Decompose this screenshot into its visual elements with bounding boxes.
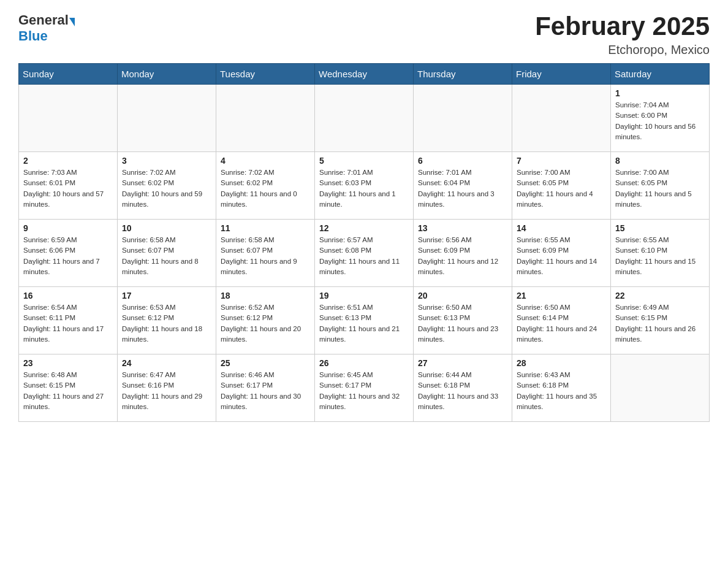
calendar-week-row: 1Sunrise: 7:04 AMSunset: 6:00 PMDaylight… bbox=[19, 85, 710, 152]
calendar-cell: 22Sunrise: 6:49 AMSunset: 6:15 PMDayligh… bbox=[611, 287, 710, 354]
calendar-cell bbox=[216, 85, 315, 152]
day-info: Sunrise: 6:59 AMSunset: 6:06 PMDaylight:… bbox=[23, 235, 113, 277]
day-header-friday: Friday bbox=[512, 64, 611, 85]
calendar-cell: 27Sunrise: 6:44 AMSunset: 6:18 PMDayligh… bbox=[414, 354, 512, 422]
day-info: Sunrise: 7:01 AMSunset: 6:03 PMDaylight:… bbox=[319, 167, 409, 210]
day-number: 12 bbox=[319, 223, 409, 233]
day-info: Sunrise: 6:53 AMSunset: 6:12 PMDaylight:… bbox=[122, 302, 211, 345]
day-info: Sunrise: 7:03 AMSunset: 6:01 PMDaylight:… bbox=[23, 167, 113, 210]
logo-general-text: General bbox=[18, 12, 69, 28]
day-number: 20 bbox=[418, 291, 507, 301]
calendar-week-row: 9Sunrise: 6:59 AMSunset: 6:06 PMDaylight… bbox=[19, 220, 710, 287]
calendar-cell bbox=[512, 85, 611, 152]
day-info: Sunrise: 6:49 AMSunset: 6:15 PMDaylight:… bbox=[615, 302, 705, 345]
calendar-subtitle: Etchoropo, Mexico bbox=[535, 43, 710, 57]
calendar-cell: 23Sunrise: 6:48 AMSunset: 6:15 PMDayligh… bbox=[19, 354, 118, 422]
day-number: 1 bbox=[615, 88, 705, 98]
day-info: Sunrise: 6:52 AMSunset: 6:12 PMDaylight:… bbox=[221, 302, 310, 345]
calendar-header-row: SundayMondayTuesdayWednesdayThursdayFrid… bbox=[19, 64, 710, 85]
calendar-title: February 2025 bbox=[535, 12, 710, 40]
day-info: Sunrise: 6:44 AMSunset: 6:18 PMDaylight:… bbox=[418, 370, 507, 412]
calendar-cell: 5Sunrise: 7:01 AMSunset: 6:03 PMDaylight… bbox=[315, 152, 414, 220]
day-info: Sunrise: 6:58 AMSunset: 6:07 PMDaylight:… bbox=[221, 235, 310, 277]
day-number: 7 bbox=[517, 156, 606, 166]
calendar-cell: 12Sunrise: 6:57 AMSunset: 6:08 PMDayligh… bbox=[315, 220, 414, 287]
calendar-cell: 17Sunrise: 6:53 AMSunset: 6:12 PMDayligh… bbox=[118, 287, 216, 354]
day-number: 4 bbox=[221, 156, 310, 166]
day-header-wednesday: Wednesday bbox=[315, 64, 414, 85]
calendar-cell: 20Sunrise: 6:50 AMSunset: 6:13 PMDayligh… bbox=[414, 287, 512, 354]
day-number: 21 bbox=[517, 291, 606, 301]
day-header-monday: Monday bbox=[118, 64, 216, 85]
day-number: 24 bbox=[122, 358, 211, 368]
day-info: Sunrise: 7:01 AMSunset: 6:04 PMDaylight:… bbox=[418, 167, 507, 210]
calendar-cell: 16Sunrise: 6:54 AMSunset: 6:11 PMDayligh… bbox=[19, 287, 118, 354]
calendar-cell bbox=[611, 354, 710, 422]
day-header-sunday: Sunday bbox=[19, 64, 118, 85]
calendar-cell bbox=[414, 85, 512, 152]
calendar-cell: 14Sunrise: 6:55 AMSunset: 6:09 PMDayligh… bbox=[512, 220, 611, 287]
day-info: Sunrise: 7:00 AMSunset: 6:05 PMDaylight:… bbox=[615, 167, 705, 210]
calendar-week-row: 16Sunrise: 6:54 AMSunset: 6:11 PMDayligh… bbox=[19, 287, 710, 354]
calendar-cell: 6Sunrise: 7:01 AMSunset: 6:04 PMDaylight… bbox=[414, 152, 512, 220]
day-info: Sunrise: 6:56 AMSunset: 6:09 PMDaylight:… bbox=[418, 235, 507, 277]
calendar-cell: 19Sunrise: 6:51 AMSunset: 6:13 PMDayligh… bbox=[315, 287, 414, 354]
calendar-cell: 13Sunrise: 6:56 AMSunset: 6:09 PMDayligh… bbox=[414, 220, 512, 287]
calendar-cell: 1Sunrise: 7:04 AMSunset: 6:00 PMDaylight… bbox=[611, 85, 710, 152]
day-number: 5 bbox=[319, 156, 409, 166]
day-info: Sunrise: 7:02 AMSunset: 6:02 PMDaylight:… bbox=[221, 167, 310, 210]
day-number: 8 bbox=[615, 156, 705, 166]
day-info: Sunrise: 6:47 AMSunset: 6:16 PMDaylight:… bbox=[122, 370, 211, 412]
day-number: 26 bbox=[319, 358, 409, 368]
logo: General Blue bbox=[18, 12, 75, 44]
day-number: 3 bbox=[122, 156, 211, 166]
calendar-cell: 21Sunrise: 6:50 AMSunset: 6:14 PMDayligh… bbox=[512, 287, 611, 354]
day-number: 6 bbox=[418, 156, 507, 166]
day-info: Sunrise: 6:50 AMSunset: 6:14 PMDaylight:… bbox=[517, 302, 606, 345]
day-info: Sunrise: 6:58 AMSunset: 6:07 PMDaylight:… bbox=[122, 235, 211, 277]
calendar-cell: 11Sunrise: 6:58 AMSunset: 6:07 PMDayligh… bbox=[216, 220, 315, 287]
calendar-cell: 9Sunrise: 6:59 AMSunset: 6:06 PMDaylight… bbox=[19, 220, 118, 287]
calendar-cell: 7Sunrise: 7:00 AMSunset: 6:05 PMDaylight… bbox=[512, 152, 611, 220]
day-info: Sunrise: 6:57 AMSunset: 6:08 PMDaylight:… bbox=[319, 235, 409, 277]
calendar-cell: 2Sunrise: 7:03 AMSunset: 6:01 PMDaylight… bbox=[19, 152, 118, 220]
calendar-table: SundayMondayTuesdayWednesdayThursdayFrid… bbox=[18, 63, 710, 422]
day-info: Sunrise: 6:48 AMSunset: 6:15 PMDaylight:… bbox=[23, 370, 113, 412]
calendar-cell: 25Sunrise: 6:46 AMSunset: 6:17 PMDayligh… bbox=[216, 354, 315, 422]
logo-blue-text: Blue bbox=[18, 28, 48, 44]
day-info: Sunrise: 7:04 AMSunset: 6:00 PMDaylight:… bbox=[615, 100, 705, 142]
calendar-cell: 28Sunrise: 6:43 AMSunset: 6:18 PMDayligh… bbox=[512, 354, 611, 422]
day-info: Sunrise: 6:55 AMSunset: 6:10 PMDaylight:… bbox=[615, 235, 705, 277]
calendar-cell: 4Sunrise: 7:02 AMSunset: 6:02 PMDaylight… bbox=[216, 152, 315, 220]
day-info: Sunrise: 6:43 AMSunset: 6:18 PMDaylight:… bbox=[517, 370, 606, 412]
day-info: Sunrise: 6:55 AMSunset: 6:09 PMDaylight:… bbox=[517, 235, 606, 277]
day-number: 11 bbox=[221, 223, 310, 233]
title-block: February 2025 Etchoropo, Mexico bbox=[535, 12, 710, 57]
day-number: 25 bbox=[221, 358, 310, 368]
calendar-cell: 10Sunrise: 6:58 AMSunset: 6:07 PMDayligh… bbox=[118, 220, 216, 287]
day-info: Sunrise: 6:51 AMSunset: 6:13 PMDaylight:… bbox=[319, 302, 409, 345]
day-number: 9 bbox=[23, 223, 113, 233]
day-info: Sunrise: 6:45 AMSunset: 6:17 PMDaylight:… bbox=[319, 370, 409, 412]
calendar-cell: 8Sunrise: 7:00 AMSunset: 6:05 PMDaylight… bbox=[611, 152, 710, 220]
day-number: 18 bbox=[221, 291, 310, 301]
calendar-cell: 24Sunrise: 6:47 AMSunset: 6:16 PMDayligh… bbox=[118, 354, 216, 422]
day-header-tuesday: Tuesday bbox=[216, 64, 315, 85]
day-number: 17 bbox=[122, 291, 211, 301]
day-number: 15 bbox=[615, 223, 705, 233]
day-info: Sunrise: 6:50 AMSunset: 6:13 PMDaylight:… bbox=[418, 302, 507, 345]
logo-triangle-icon bbox=[69, 18, 75, 26]
day-number: 10 bbox=[122, 223, 211, 233]
day-info: Sunrise: 6:46 AMSunset: 6:17 PMDaylight:… bbox=[221, 370, 310, 412]
day-number: 14 bbox=[517, 223, 606, 233]
day-number: 27 bbox=[418, 358, 507, 368]
calendar-cell: 26Sunrise: 6:45 AMSunset: 6:17 PMDayligh… bbox=[315, 354, 414, 422]
calendar-week-row: 2Sunrise: 7:03 AMSunset: 6:01 PMDaylight… bbox=[19, 152, 710, 220]
calendar-cell bbox=[315, 85, 414, 152]
day-number: 16 bbox=[23, 291, 113, 301]
calendar-cell bbox=[19, 85, 118, 152]
day-number: 13 bbox=[418, 223, 507, 233]
day-number: 19 bbox=[319, 291, 409, 301]
day-header-thursday: Thursday bbox=[414, 64, 512, 85]
day-info: Sunrise: 7:02 AMSunset: 6:02 PMDaylight:… bbox=[122, 167, 211, 210]
